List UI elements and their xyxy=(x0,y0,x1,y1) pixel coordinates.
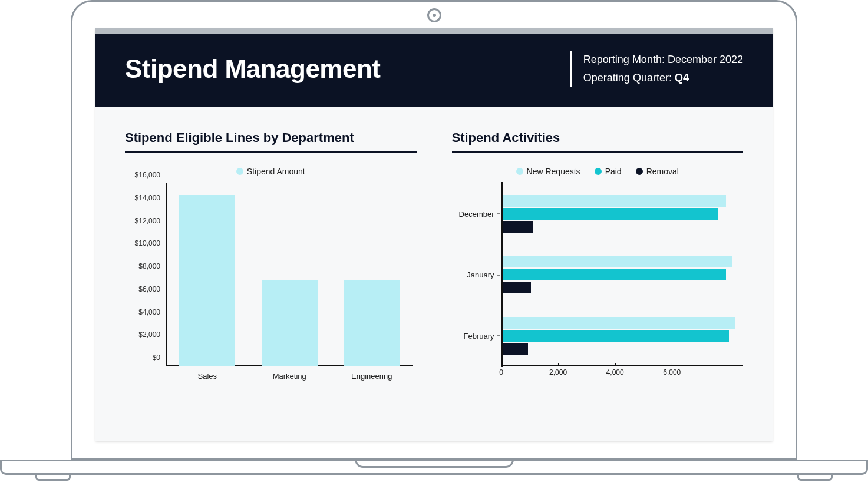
x-tick-label: Sales xyxy=(166,369,249,384)
legend-swatch xyxy=(236,168,243,175)
legend-label: Stipend Amount xyxy=(247,167,305,176)
laptop-notch xyxy=(355,460,514,468)
bar xyxy=(179,195,235,366)
camera-icon xyxy=(427,8,441,22)
legend-item: Stipend Amount xyxy=(236,167,305,176)
panel-eligible-lines: Stipend Eligible Lines by Department Sti… xyxy=(125,130,417,420)
reporting-month: Reporting Month: December 2022 xyxy=(583,51,743,69)
x-tick-label: 6,000 xyxy=(663,368,681,376)
bar xyxy=(503,195,727,207)
window-titlebar xyxy=(95,28,773,34)
y-tick-label: $8,000 xyxy=(138,262,160,270)
reporting-month-value: December 2022 xyxy=(668,54,743,65)
bar-chart-eligible-lines: $0$2,000$4,000$6,000$8,000$10,000$12,000… xyxy=(125,183,417,384)
bar xyxy=(503,221,534,233)
panel-title: Stipend Activities xyxy=(452,130,744,153)
y-tick-label: $6,000 xyxy=(138,285,160,293)
legend-swatch xyxy=(636,168,643,175)
bar xyxy=(503,343,528,355)
y-tick-label: $14,000 xyxy=(135,194,160,202)
bar xyxy=(503,269,727,280)
y-tick-label: $10,000 xyxy=(135,239,160,247)
laptop-mockup: Stipend Management Reporting Month: Dece… xyxy=(0,0,868,499)
y-tick-label: $4,000 xyxy=(138,308,160,316)
legend-swatch xyxy=(595,168,602,175)
laptop-foot xyxy=(797,475,833,481)
legend-item: Paid xyxy=(595,167,622,176)
chart-legend: New Requests Paid Removal xyxy=(452,167,744,176)
x-tick-label: 0 xyxy=(499,368,503,376)
legend-item: Removal xyxy=(636,167,679,176)
bar xyxy=(262,280,318,366)
legend-label: Removal xyxy=(646,167,679,176)
y-tick-label: $2,000 xyxy=(138,331,160,339)
bar xyxy=(503,282,531,293)
x-tick-label: 4,000 xyxy=(606,368,624,376)
laptop-base xyxy=(0,460,868,480)
y-tick-label: $0 xyxy=(153,353,160,362)
dashboard-content: Stipend Eligible Lines by Department Sti… xyxy=(95,107,773,432)
panel-title: Stipend Eligible Lines by Department xyxy=(125,130,417,153)
bar xyxy=(503,317,735,329)
y-tick-label: $16,000 xyxy=(135,171,160,179)
x-tick-label: Engineering xyxy=(331,369,413,384)
bar xyxy=(503,330,729,342)
y-tick-label: $12,000 xyxy=(135,217,160,225)
x-tick-label: Marketing xyxy=(249,369,331,384)
y-tick-label: January xyxy=(447,270,494,279)
legend-label: Paid xyxy=(605,167,622,176)
operating-quarter-value: Q4 xyxy=(675,72,689,84)
report-meta: Reporting Month: December 2022 Operating… xyxy=(570,51,743,87)
bar-chart-activities: DecemberJanuaryFebruary02,0004,0006,000 xyxy=(452,183,744,384)
app-header: Stipend Management Reporting Month: Dece… xyxy=(95,34,773,107)
laptop-shell: Stipend Management Reporting Month: Dece… xyxy=(71,0,797,460)
page-title: Stipend Management xyxy=(125,54,381,84)
y-tick-label: December xyxy=(447,209,494,218)
chart-legend: Stipend Amount xyxy=(125,167,417,176)
x-tick-label: 2,000 xyxy=(549,368,567,376)
operating-quarter-label: Operating Quarter: xyxy=(583,72,672,84)
dashboard-screen: Stipend Management Reporting Month: Dece… xyxy=(95,28,773,441)
reporting-month-label: Reporting Month: xyxy=(583,54,665,65)
y-tick-label: February xyxy=(447,331,494,340)
legend-swatch xyxy=(516,168,523,175)
laptop-foot xyxy=(35,475,71,481)
bar xyxy=(503,256,732,267)
panel-activities: Stipend Activities New Requests Paid xyxy=(452,130,744,420)
bar xyxy=(344,280,400,366)
legend-item: New Requests xyxy=(516,167,580,176)
bar xyxy=(503,208,718,220)
legend-label: New Requests xyxy=(527,167,580,176)
operating-quarter: Operating Quarter: Q4 xyxy=(583,69,743,87)
